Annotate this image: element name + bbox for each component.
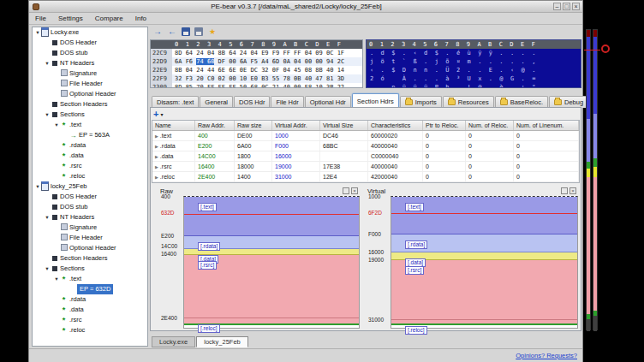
ascii-row[interactable]: .d$.‹d$.éùÿÿ....: [367, 49, 581, 57]
hex-row[interactable]: 22D96A F6 74 60 DF 00 6A F5 A4 6D 0A 04 …: [151, 57, 362, 66]
expander-icon[interactable]: ▼: [44, 110, 51, 120]
titlebar[interactable]: PE-bear v0.3.7 [/data/maL_shared2/Locky/…: [29, 1, 582, 13]
col-virtual-size[interactable]: Virtual Size: [320, 121, 368, 130]
tree-item-dos-stub[interactable]: DOS stub: [33, 202, 147, 212]
tree-item-reloc-section[interactable]: *.reloc: [33, 325, 147, 335]
hex-view[interactable]: 0 1 2 3 4 5 6 7 8 9 A B C D E F 22C98D 6…: [150, 39, 363, 88]
tab-imports[interactable]: Imports: [400, 96, 442, 108]
table-row[interactable]: ▶.rsrc 16400 18000 19000 17E38 40000040 …: [152, 162, 579, 172]
row-expander-icon[interactable]: ▶: [155, 154, 158, 159]
file-minimap[interactable]: [586, 29, 599, 330]
feedback-link[interactable]: Opinions? Requests?: [516, 352, 577, 359]
tab-debug[interactable]: Debug: [549, 96, 588, 108]
table-row[interactable]: ▶.reloc 2E400 1400 31000 12E4 42000040 0…: [152, 172, 579, 182]
star-icon[interactable]: ★: [207, 27, 218, 37]
nav-forward-icon[interactable]: →: [152, 27, 163, 37]
file-tab-locky-exe[interactable]: Locky.exe: [152, 336, 195, 347]
tree-item-optional-header[interactable]: Optional Header: [33, 243, 147, 253]
col-raw-size[interactable]: Raw size: [235, 121, 272, 130]
hex-row[interactable]: 23098D 85 70 FF FF FF 50 68 0C 21 40 00 …: [151, 83, 362, 88]
tree-item-text-section[interactable]: ▼*.text: [33, 120, 147, 130]
row-expander-icon[interactable]: ▶: [155, 144, 158, 149]
row-expander-icon[interactable]: ▶: [155, 164, 158, 169]
tree-item-rsrc-section[interactable]: *.rsrc: [33, 161, 147, 171]
tree-item-dos-stub[interactable]: DOS stub: [33, 48, 147, 58]
add-section-button[interactable]: +: [153, 110, 158, 119]
minimap-virtual-column[interactable]: [593, 29, 598, 330]
close-panel-icon[interactable]: ×: [569, 187, 576, 194]
tree-item-dos-header[interactable]: DOS Header: [33, 192, 147, 202]
rsrc-section-region[interactable]: [.rsrc]: [391, 260, 577, 320]
tree-item-text-section[interactable]: ▼*.text: [33, 274, 147, 284]
ascii-row[interactable]: 2ó À...à³Ux.@G.=: [367, 74, 581, 83]
save-icon[interactable]: [182, 27, 190, 36]
col-raw-addr[interactable]: Raw Addr.: [195, 121, 235, 130]
tab-file-hdr[interactable]: File Hdr: [271, 96, 303, 108]
row-expander-icon[interactable]: ▶: [155, 175, 158, 180]
tree-item-dos-header[interactable]: DOS Header: [33, 38, 147, 48]
tree-item-sections[interactable]: ▼Sections: [33, 264, 147, 274]
minimize-icon[interactable]: –: [553, 3, 561, 10]
tab-basereloc[interactable]: BaseReloc.: [495, 96, 548, 108]
tree-item-rsrc-section[interactable]: *.rsrc: [33, 315, 147, 325]
data-section-region[interactable]: [.data]: [391, 252, 577, 260]
tab-section-hdrs[interactable]: Section Hdrs: [352, 93, 399, 108]
rdata-section-region[interactable]: [.rdata]: [391, 234, 577, 252]
tree-item-optional-header[interactable]: Optional Header: [33, 89, 147, 99]
expander-icon[interactable]: ▼: [44, 212, 51, 223]
hex-row[interactable]: 22F932 F3 20 C0 02 00 10 E0 B3 55 78 0B …: [151, 74, 362, 83]
rdata-section-region[interactable]: [.rdata]: [184, 236, 359, 249]
tree-item-data-section[interactable]: *.data: [33, 305, 147, 315]
tree-item-signature[interactable]: Signature: [33, 68, 147, 79]
tree-item-file-header[interactable]: File Header: [33, 233, 147, 243]
float-panel-icon[interactable]: [343, 187, 349, 194]
expander-icon[interactable]: ▼: [44, 58, 51, 68]
menu-file[interactable]: File: [29, 14, 52, 23]
ascii-row[interactable]: ‹.$Dnn.Ü2..E.‹@.: [367, 66, 581, 74]
hex-row[interactable]: 22E98B 04 24 44 6E 6E 0E DC 32 0F 04 45 …: [151, 66, 362, 74]
col-name[interactable]: Name: [152, 121, 195, 130]
expander-icon[interactable]: ▼: [53, 274, 60, 284]
rsrc-section-region[interactable]: [.rsrc]: [184, 255, 359, 318]
tree-item-locky-exe[interactable]: ▼Locky.exe: [33, 27, 147, 38]
table-row[interactable]: ▶.rdata E200 6A00 F000 68BC 40000040 0 0…: [152, 141, 579, 151]
virtual-plot[interactable]: [.text] [.rdata] [.data] [.rsrc] [.reloc…: [391, 196, 578, 329]
save-all-icon[interactable]: [194, 27, 203, 36]
minimap-raw-column[interactable]: [586, 29, 591, 330]
tree-item-ep-selected[interactable]: →EP = 632D: [33, 284, 147, 294]
selected-bytes[interactable]: 74 60: [196, 58, 214, 65]
text-section-region[interactable]: [.text]: [391, 197, 577, 234]
tree-item-rdata-section[interactable]: *.rdata: [33, 140, 147, 151]
col-num-reloc[interactable]: Num. of Reloc.: [466, 121, 514, 130]
close-icon[interactable]: ×: [572, 3, 580, 10]
close-panel-icon[interactable]: ×: [351, 187, 358, 194]
dropdown-icon[interactable]: ▾: [160, 111, 163, 117]
ascii-row[interactable]: .…pÿÿÿPh.!@.è.;": [367, 83, 581, 88]
tree-item-nt-headers[interactable]: ▼NT Headers: [33, 58, 147, 68]
reloc-section-region[interactable]: [.reloc]: [184, 318, 359, 325]
table-row[interactable]: ▶.text 400 DE00 1000 DC46 60000020 0 0 0: [152, 131, 579, 141]
reloc-section-region[interactable]: [.reloc]: [391, 320, 577, 325]
menu-compare[interactable]: Compare: [89, 14, 129, 23]
tree-item-file-header[interactable]: File Header: [33, 79, 147, 89]
table-row[interactable]: ▶.data 14C00 1800 16000 C0000040 0 0 0: [152, 151, 579, 162]
row-expander-icon[interactable]: ▶: [155, 134, 158, 139]
nav-back-icon[interactable]: ←: [167, 27, 177, 37]
tree-item-reloc-section[interactable]: *.reloc: [33, 171, 147, 181]
tree-item-signature[interactable]: Signature: [33, 223, 147, 233]
expander-icon[interactable]: ▼: [44, 264, 51, 274]
expander-icon[interactable]: ▼: [34, 181, 41, 192]
tree-item-section-headers[interactable]: Section Headers: [33, 99, 147, 110]
tab-optional-hdr[interactable]: Optional Hdr: [305, 96, 351, 108]
ascii-view[interactable]: 0 1 2 3 4 5 6 7 8 9 A B C D E F .d$.‹d$.…: [366, 39, 581, 88]
maximize-icon[interactable]: □: [563, 3, 570, 10]
expander-icon[interactable]: ▼: [34, 27, 41, 38]
col-num-linenum[interactable]: Num. of Linenum.: [514, 121, 579, 130]
tree-item-ep[interactable]: →EP = 563A: [33, 130, 147, 140]
hex-row[interactable]: 22C98D 64 24 04 8B 64 24 04 E9 F9 FF FF …: [151, 49, 362, 57]
tree-item-nt-headers[interactable]: ▼NT Headers: [33, 212, 147, 223]
tab-dos-hdr[interactable]: DOS Hdr: [234, 96, 270, 108]
tab-disasm[interactable]: Disasm: .text: [152, 96, 199, 108]
col-virtual-addr[interactable]: Virtual Addr.: [272, 121, 320, 130]
ascii-row[interactable]: jöt`ß.jõ¤m.....,: [367, 57, 581, 66]
